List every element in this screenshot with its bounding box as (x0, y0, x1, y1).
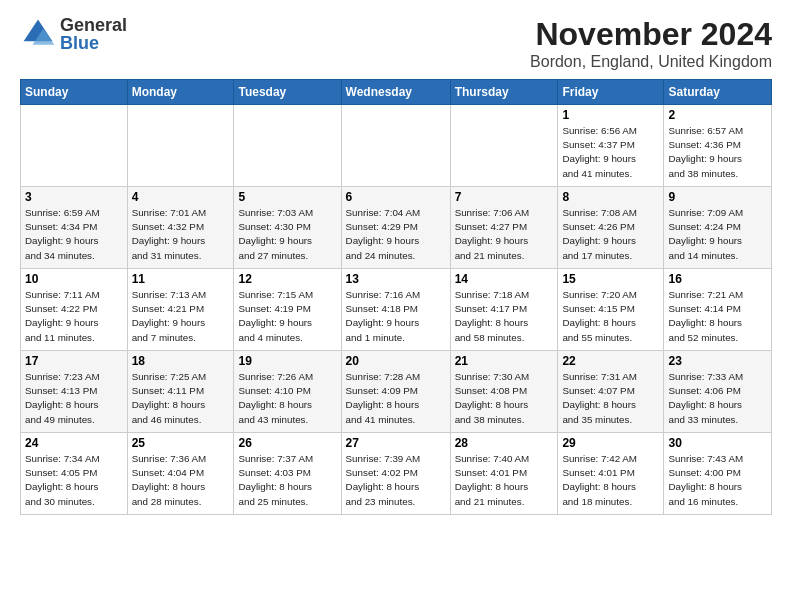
day-cell: 10Sunrise: 7:11 AMSunset: 4:22 PMDayligh… (21, 269, 128, 351)
day-number: 29 (562, 436, 659, 450)
day-cell: 3Sunrise: 6:59 AMSunset: 4:34 PMDaylight… (21, 187, 128, 269)
day-cell: 6Sunrise: 7:04 AMSunset: 4:29 PMDaylight… (341, 187, 450, 269)
day-info: Sunrise: 7:28 AMSunset: 4:09 PMDaylight:… (346, 370, 446, 427)
calendar-body: 1Sunrise: 6:56 AMSunset: 4:37 PMDaylight… (21, 105, 772, 515)
day-cell (21, 105, 128, 187)
day-info: Sunrise: 7:26 AMSunset: 4:10 PMDaylight:… (238, 370, 336, 427)
day-cell: 12Sunrise: 7:15 AMSunset: 4:19 PMDayligh… (234, 269, 341, 351)
week-row-1: 3Sunrise: 6:59 AMSunset: 4:34 PMDaylight… (21, 187, 772, 269)
day-number: 27 (346, 436, 446, 450)
day-cell (127, 105, 234, 187)
day-info: Sunrise: 7:34 AMSunset: 4:05 PMDaylight:… (25, 452, 123, 509)
day-info: Sunrise: 7:31 AMSunset: 4:07 PMDaylight:… (562, 370, 659, 427)
day-info: Sunrise: 7:18 AMSunset: 4:17 PMDaylight:… (455, 288, 554, 345)
day-info: Sunrise: 7:30 AMSunset: 4:08 PMDaylight:… (455, 370, 554, 427)
day-info: Sunrise: 7:11 AMSunset: 4:22 PMDaylight:… (25, 288, 123, 345)
day-cell: 21Sunrise: 7:30 AMSunset: 4:08 PMDayligh… (450, 351, 558, 433)
day-cell: 30Sunrise: 7:43 AMSunset: 4:00 PMDayligh… (664, 433, 772, 515)
day-number: 23 (668, 354, 767, 368)
week-row-3: 17Sunrise: 7:23 AMSunset: 4:13 PMDayligh… (21, 351, 772, 433)
day-cell (450, 105, 558, 187)
day-cell: 29Sunrise: 7:42 AMSunset: 4:01 PMDayligh… (558, 433, 664, 515)
calendar-header: SundayMondayTuesdayWednesdayThursdayFrid… (21, 80, 772, 105)
day-number: 19 (238, 354, 336, 368)
header-row: SundayMondayTuesdayWednesdayThursdayFrid… (21, 80, 772, 105)
day-cell: 4Sunrise: 7:01 AMSunset: 4:32 PMDaylight… (127, 187, 234, 269)
week-row-0: 1Sunrise: 6:56 AMSunset: 4:37 PMDaylight… (21, 105, 772, 187)
day-cell: 1Sunrise: 6:56 AMSunset: 4:37 PMDaylight… (558, 105, 664, 187)
day-number: 7 (455, 190, 554, 204)
day-number: 2 (668, 108, 767, 122)
day-cell: 7Sunrise: 7:06 AMSunset: 4:27 PMDaylight… (450, 187, 558, 269)
day-number: 22 (562, 354, 659, 368)
calendar-table: SundayMondayTuesdayWednesdayThursdayFrid… (20, 79, 772, 515)
day-info: Sunrise: 6:57 AMSunset: 4:36 PMDaylight:… (668, 124, 767, 181)
day-number: 1 (562, 108, 659, 122)
day-number: 3 (25, 190, 123, 204)
day-cell: 20Sunrise: 7:28 AMSunset: 4:09 PMDayligh… (341, 351, 450, 433)
day-cell: 23Sunrise: 7:33 AMSunset: 4:06 PMDayligh… (664, 351, 772, 433)
day-number: 16 (668, 272, 767, 286)
header-day-sunday: Sunday (21, 80, 128, 105)
day-info: Sunrise: 7:20 AMSunset: 4:15 PMDaylight:… (562, 288, 659, 345)
header-day-wednesday: Wednesday (341, 80, 450, 105)
day-info: Sunrise: 7:40 AMSunset: 4:01 PMDaylight:… (455, 452, 554, 509)
day-info: Sunrise: 7:23 AMSunset: 4:13 PMDaylight:… (25, 370, 123, 427)
week-row-4: 24Sunrise: 7:34 AMSunset: 4:05 PMDayligh… (21, 433, 772, 515)
week-row-2: 10Sunrise: 7:11 AMSunset: 4:22 PMDayligh… (21, 269, 772, 351)
day-info: Sunrise: 7:33 AMSunset: 4:06 PMDaylight:… (668, 370, 767, 427)
logo-icon (20, 16, 56, 52)
day-cell: 22Sunrise: 7:31 AMSunset: 4:07 PMDayligh… (558, 351, 664, 433)
day-number: 5 (238, 190, 336, 204)
logo-blue-text: Blue (60, 34, 127, 52)
day-info: Sunrise: 6:56 AMSunset: 4:37 PMDaylight:… (562, 124, 659, 181)
day-cell: 5Sunrise: 7:03 AMSunset: 4:30 PMDaylight… (234, 187, 341, 269)
day-number: 10 (25, 272, 123, 286)
title-block: November 2024 Bordon, England, United Ki… (530, 16, 772, 71)
day-info: Sunrise: 7:42 AMSunset: 4:01 PMDaylight:… (562, 452, 659, 509)
day-info: Sunrise: 7:43 AMSunset: 4:00 PMDaylight:… (668, 452, 767, 509)
day-number: 4 (132, 190, 230, 204)
day-info: Sunrise: 7:37 AMSunset: 4:03 PMDaylight:… (238, 452, 336, 509)
day-number: 15 (562, 272, 659, 286)
day-info: Sunrise: 7:16 AMSunset: 4:18 PMDaylight:… (346, 288, 446, 345)
page: General Blue November 2024 Bordon, Engla… (0, 0, 792, 612)
day-cell: 26Sunrise: 7:37 AMSunset: 4:03 PMDayligh… (234, 433, 341, 515)
day-info: Sunrise: 7:13 AMSunset: 4:21 PMDaylight:… (132, 288, 230, 345)
day-number: 6 (346, 190, 446, 204)
day-cell: 25Sunrise: 7:36 AMSunset: 4:04 PMDayligh… (127, 433, 234, 515)
day-cell: 2Sunrise: 6:57 AMSunset: 4:36 PMDaylight… (664, 105, 772, 187)
day-info: Sunrise: 7:08 AMSunset: 4:26 PMDaylight:… (562, 206, 659, 263)
day-number: 21 (455, 354, 554, 368)
day-cell: 13Sunrise: 7:16 AMSunset: 4:18 PMDayligh… (341, 269, 450, 351)
day-number: 13 (346, 272, 446, 286)
day-number: 24 (25, 436, 123, 450)
day-info: Sunrise: 7:09 AMSunset: 4:24 PMDaylight:… (668, 206, 767, 263)
header-day-saturday: Saturday (664, 80, 772, 105)
day-number: 25 (132, 436, 230, 450)
day-number: 26 (238, 436, 336, 450)
day-cell: 17Sunrise: 7:23 AMSunset: 4:13 PMDayligh… (21, 351, 128, 433)
day-info: Sunrise: 7:36 AMSunset: 4:04 PMDaylight:… (132, 452, 230, 509)
day-info: Sunrise: 7:03 AMSunset: 4:30 PMDaylight:… (238, 206, 336, 263)
header: General Blue November 2024 Bordon, Engla… (20, 16, 772, 71)
header-day-friday: Friday (558, 80, 664, 105)
subtitle: Bordon, England, United Kingdom (530, 53, 772, 71)
day-info: Sunrise: 6:59 AMSunset: 4:34 PMDaylight:… (25, 206, 123, 263)
day-cell: 19Sunrise: 7:26 AMSunset: 4:10 PMDayligh… (234, 351, 341, 433)
day-cell: 28Sunrise: 7:40 AMSunset: 4:01 PMDayligh… (450, 433, 558, 515)
logo: General Blue (20, 16, 127, 52)
day-info: Sunrise: 7:04 AMSunset: 4:29 PMDaylight:… (346, 206, 446, 263)
day-cell: 14Sunrise: 7:18 AMSunset: 4:17 PMDayligh… (450, 269, 558, 351)
header-day-monday: Monday (127, 80, 234, 105)
main-title: November 2024 (530, 16, 772, 53)
header-day-tuesday: Tuesday (234, 80, 341, 105)
day-cell: 24Sunrise: 7:34 AMSunset: 4:05 PMDayligh… (21, 433, 128, 515)
day-cell (234, 105, 341, 187)
day-number: 9 (668, 190, 767, 204)
day-number: 14 (455, 272, 554, 286)
day-number: 28 (455, 436, 554, 450)
day-cell: 8Sunrise: 7:08 AMSunset: 4:26 PMDaylight… (558, 187, 664, 269)
day-info: Sunrise: 7:01 AMSunset: 4:32 PMDaylight:… (132, 206, 230, 263)
day-cell: 18Sunrise: 7:25 AMSunset: 4:11 PMDayligh… (127, 351, 234, 433)
